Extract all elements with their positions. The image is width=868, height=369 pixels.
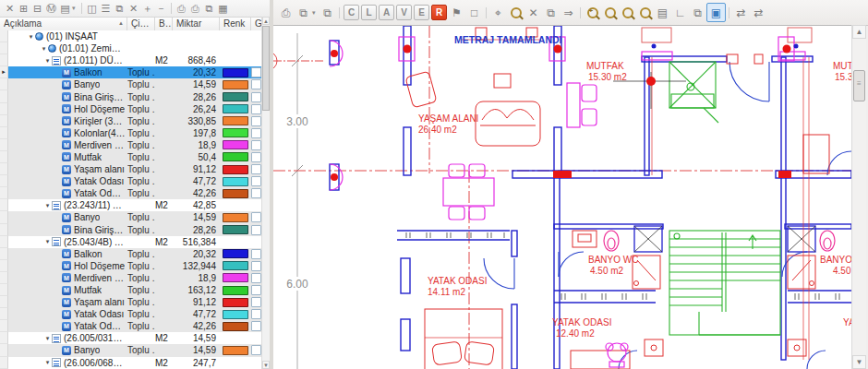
zoom-in-icon[interactable] xyxy=(584,4,601,21)
layer-v-button[interactable]: V xyxy=(396,5,412,20)
show-checkbox[interactable] xyxy=(251,164,261,174)
tree-row-leaf[interactable]: ▸MBalkonToplu ...20,32 xyxy=(0,66,261,78)
scroll-down-icon[interactable]: ▼ xyxy=(262,361,270,369)
go-next-icon[interactable]: ⇒ xyxy=(560,4,577,21)
column-header-goster[interactable]: Gö... xyxy=(251,18,261,31)
show-checkbox[interactable] xyxy=(251,285,261,295)
tree-row-leaf[interactable]: MYatak Odası 2Toplu ...42,26 xyxy=(0,320,261,332)
tree-row-leaf[interactable]: MYatak OdasıToplu ...47,72 xyxy=(0,308,261,320)
show-checkbox[interactable] xyxy=(251,188,261,198)
tree-row-root[interactable]: ▾(01) İNŞAAT xyxy=(0,30,261,42)
list-icon[interactable]: ☰ xyxy=(99,2,113,16)
tree-row-leaf[interactable]: MMutfakToplu ...163,12 xyxy=(0,284,261,296)
color-swatch[interactable] xyxy=(223,165,248,174)
color-swatch[interactable] xyxy=(223,249,248,258)
remove-row-icon[interactable]: － xyxy=(154,2,168,16)
tree-scrollbar[interactable]: ▲ ▼ xyxy=(261,17,270,369)
tree-row-leaf[interactable]: MHol DöşemeToplu ...132,944 xyxy=(0,260,261,272)
show-checkbox[interactable] xyxy=(251,273,261,283)
color-swatch[interactable] xyxy=(223,104,248,113)
color-swatch[interactable] xyxy=(223,273,248,282)
measure-icon[interactable]: Ⓜ xyxy=(44,2,58,16)
export-icon[interactable]: ▤ xyxy=(58,2,72,16)
tree-row-leaf[interactable]: MKirişler (30x50)Toplu ...330,85 xyxy=(0,115,261,127)
copy-icon[interactable]: ⧉ xyxy=(202,2,216,16)
color-swatch[interactable] xyxy=(223,68,248,77)
sync-off-icon[interactable]: ⇄ xyxy=(750,4,767,21)
expand-collapse-icon[interactable]: ▾ xyxy=(43,359,52,366)
tree-row-grp[interactable]: ▾(23.243/11) ALÜM...M242,85 xyxy=(0,199,261,211)
zoom-window-icon[interactable] xyxy=(636,4,654,21)
copy-icon[interactable]: ⧉ xyxy=(319,4,336,21)
tree-row-leaf[interactable]: MYaşam alanıToplu ...91,12 xyxy=(0,163,261,175)
column-header-aciklama[interactable]: Açıklama ▲ xyxy=(0,18,127,31)
layer-c-button[interactable]: C xyxy=(344,5,359,20)
zoom-icon[interactable] xyxy=(507,4,524,21)
show-checkbox[interactable] xyxy=(251,116,261,126)
color-swatch[interactable] xyxy=(223,225,248,234)
tree-row-leaf[interactable]: MBina Giriş HolüToplu ...28,26 xyxy=(0,90,261,102)
tree-row-leaf[interactable]: MBina Giriş HolüToplu ...28,26 xyxy=(0,224,261,236)
delete-icon[interactable]: ✕ xyxy=(3,2,17,16)
window-icon[interactable]: ◫ xyxy=(85,2,99,16)
add-subgroup-icon[interactable]: ⊟ xyxy=(30,2,44,16)
show-checkbox[interactable] xyxy=(251,140,261,150)
add-group-icon[interactable]: ⊞ xyxy=(17,2,30,16)
show-checkbox[interactable] xyxy=(251,249,261,259)
column-header-birim[interactable]: Birim xyxy=(155,18,173,31)
select-rect-icon[interactable]: ▣ xyxy=(706,3,726,22)
expand-collapse-icon[interactable]: ▾ xyxy=(43,202,52,209)
export-dropdown-caret[interactable]: ▾ xyxy=(312,9,319,17)
tree-row-leaf[interactable]: MMerdiven BoşluğuToplu ...18,9 xyxy=(0,272,261,284)
tree-row-leaf[interactable]: MBanyoToplu ...14,59 xyxy=(0,78,261,90)
axis-icon[interactable]: ∟ xyxy=(671,4,689,21)
duplicate-icon[interactable]: ⧉ xyxy=(113,2,127,16)
zoom-out-icon[interactable] xyxy=(601,4,619,21)
layer-e-button[interactable]: E xyxy=(414,5,429,20)
color-swatch[interactable] xyxy=(223,310,248,319)
tree-row-leaf[interactable]: MMutfakToplu ...50,4 xyxy=(0,151,261,163)
color-swatch[interactable] xyxy=(223,322,248,331)
drawing-scrollbar[interactable]: ▲ ▼ xyxy=(851,25,866,369)
export-dropdown-caret[interactable]: ▾ xyxy=(72,5,78,12)
show-checkbox[interactable] xyxy=(251,297,261,307)
scroll-down-icon[interactable]: ▼ xyxy=(852,355,866,369)
flag-icon[interactable]: ⚑ xyxy=(448,4,465,21)
show-checkbox[interactable] xyxy=(251,79,261,89)
pick-object-icon[interactable]: ⌖ xyxy=(489,4,507,21)
document-icon[interactable]: ▤ xyxy=(654,4,671,21)
tree-row-leaf[interactable]: MBanyoToplu ...14,59 xyxy=(0,211,261,223)
print-icon[interactable]: ⎙ xyxy=(175,2,188,16)
show-checkbox[interactable] xyxy=(251,225,261,235)
color-swatch[interactable] xyxy=(223,189,248,198)
tree-row-leaf[interactable]: MHol DöşemeToplu ...26,24 xyxy=(0,103,261,115)
scroll-up-icon[interactable]: ▲ xyxy=(852,25,866,39)
color-swatch[interactable] xyxy=(223,92,248,101)
cad-viewport[interactable]: 3.00 6.00 xyxy=(273,25,851,369)
print-icon[interactable]: ⎙ xyxy=(277,4,295,21)
column-header-cizim[interactable]: Çizim xyxy=(127,18,155,31)
show-checkbox[interactable] xyxy=(251,152,261,162)
show-checkbox[interactable] xyxy=(251,92,261,102)
column-header-renk[interactable]: Renk xyxy=(220,18,251,31)
tree-row-grp[interactable]: ▾(26.005/031A) 33...M214,59 xyxy=(0,332,261,344)
expand-collapse-icon[interactable]: ▾ xyxy=(27,33,35,41)
tree-row-grp[interactable]: ▾(26.006/068A) 20...M2247,7 xyxy=(0,357,261,369)
expand-collapse-icon[interactable]: ▾ xyxy=(43,57,52,65)
show-checkbox[interactable] xyxy=(251,128,261,138)
color-swatch[interactable] xyxy=(223,213,248,222)
sync-icon[interactable]: ⇄ xyxy=(732,4,750,21)
drawing-scrollbar-thumb[interactable] xyxy=(853,70,865,101)
copy-region-icon[interactable]: ⧉ xyxy=(689,4,706,21)
tree-row-leaf[interactable]: MYaşam alanıToplu ...91,12 xyxy=(0,296,261,308)
tree-row-grp[interactable]: ▾(25.043/4B) YENİ ...M2516,384 xyxy=(0,236,261,248)
show-checkbox[interactable] xyxy=(251,176,261,186)
show-checkbox[interactable] xyxy=(251,321,261,331)
layer-a-button[interactable]: A xyxy=(379,5,394,20)
scroll-up-icon[interactable]: ▲ xyxy=(262,17,270,25)
copy-view-icon[interactable]: ⧉ xyxy=(542,4,560,21)
tree-row-leaf[interactable]: MKolonlar(40X60)Toplu ...197,8 xyxy=(0,127,261,139)
color-swatch[interactable] xyxy=(223,286,248,295)
color-swatch[interactable] xyxy=(223,116,248,125)
paste-icon[interactable]: ▦ xyxy=(216,2,230,16)
